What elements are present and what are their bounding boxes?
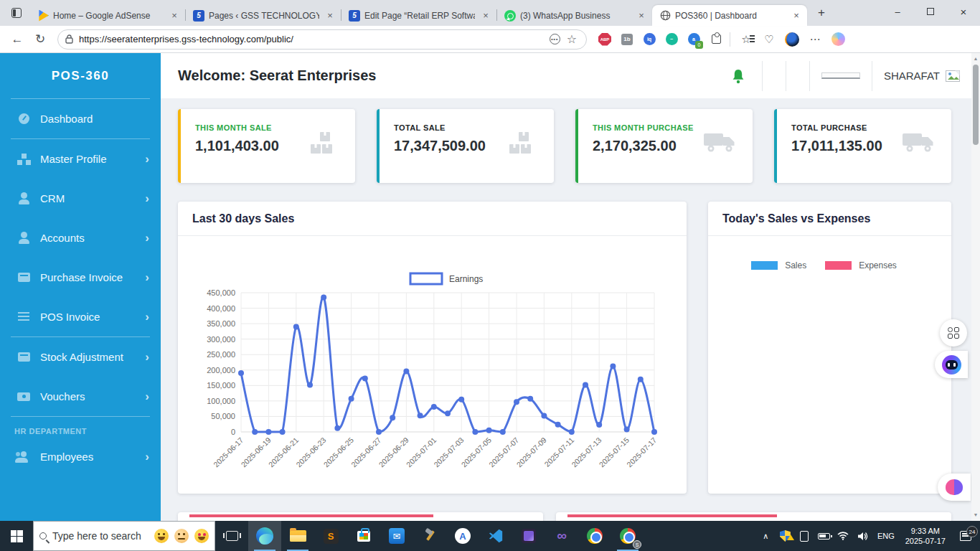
ai-assistant-button[interactable] xyxy=(935,351,968,378)
chrome-taskbar-button[interactable] xyxy=(578,521,611,551)
brain-icon xyxy=(946,479,963,495)
scroll-down-arrow[interactable]: ▼ xyxy=(974,509,979,519)
heart-eyes-emoji-icon[interactable] xyxy=(194,529,209,543)
iq-app-extension-icon[interactable]: iq xyxy=(641,32,657,47)
mail-taskbar-button[interactable]: ✉ xyxy=(380,521,413,551)
chrome-profile-taskbar-button[interactable]: S xyxy=(611,521,644,551)
scroll-up-arrow[interactable]: ▲ xyxy=(974,53,979,63)
tab-title: POS360 | Dashboard xyxy=(675,11,786,21)
one-b-extension-icon[interactable]: 1b xyxy=(619,32,635,47)
browser-tab[interactable]: 5Edit Page “Retail ERP Software× xyxy=(341,5,496,26)
sidebar-item-accounts[interactable]: Accounts› xyxy=(0,218,161,258)
cubes-icon xyxy=(14,154,33,164)
close-button[interactable]: × xyxy=(947,0,980,23)
browser-tab[interactable]: 5Pages ‹ GSS TECHNOLOGY —× xyxy=(186,5,341,26)
scrollbar-thumb[interactable] xyxy=(973,65,979,145)
iq-app-glyph: iq xyxy=(644,33,656,45)
floating-grid-button[interactable] xyxy=(940,319,967,347)
back-button[interactable]: ← xyxy=(7,29,27,50)
action-center-button[interactable]: 24 xyxy=(951,531,980,541)
person-icon xyxy=(14,192,33,204)
neutral-emoji-icon[interactable] xyxy=(174,529,189,543)
film-app-taskbar-button[interactable] xyxy=(512,521,545,551)
edge-taskbar-button[interactable] xyxy=(248,521,281,551)
search-placeholder: Type here to search xyxy=(52,530,149,542)
tab-close-button[interactable]: × xyxy=(635,9,648,22)
laughing-emoji-icon[interactable] xyxy=(154,529,169,543)
taskbar-clock[interactable]: 9:33 AM 2025-07-17 xyxy=(900,526,951,546)
page-actions-icon[interactable]: ••• xyxy=(546,31,563,48)
notification-count-badge: 24 xyxy=(966,526,978,537)
dots-circle-icon: ••• xyxy=(550,34,560,44)
maximize-button[interactable] xyxy=(914,0,947,23)
task-view-icon xyxy=(226,531,238,541)
page-scrollbar[interactable]: ▲ ▼ xyxy=(971,53,980,521)
visual-studio-taskbar-button[interactable]: ∞ xyxy=(545,521,578,551)
svg-text:2025-07-09: 2025-07-09 xyxy=(514,435,548,469)
app-a-taskbar-button[interactable]: A xyxy=(446,521,479,551)
tab-close-button[interactable]: × xyxy=(324,9,336,22)
vscode-taskbar-button[interactable] xyxy=(479,521,512,551)
battery-glyph xyxy=(818,533,830,540)
earnings-line-chart: 050,000100,000150,000200,000250,000300,0… xyxy=(178,236,687,494)
browser-tab-strip: Home – Google AdSense×5Pages ‹ GSS TECHN… xyxy=(0,0,980,26)
favorites-bar-button[interactable]: ☆ xyxy=(736,29,756,50)
language-indicator[interactable]: ENG xyxy=(872,532,900,540)
sidebar-item-label: Vouchers xyxy=(40,390,145,402)
browser-tab[interactable]: Home – Google AdSense× xyxy=(30,5,185,26)
battery-icon[interactable] xyxy=(814,533,834,540)
extensions-menu-button[interactable] xyxy=(708,32,724,47)
sidebar-item-pos-invoice[interactable]: POS Invoice› xyxy=(0,297,161,336)
sidebar-item-stock-adjustment[interactable]: Stock Adjustment› xyxy=(0,337,161,377)
teal-app-extension-icon[interactable]: ~ xyxy=(664,32,679,47)
defender-shield-icon[interactable] xyxy=(776,530,795,542)
start-button[interactable] xyxy=(0,521,33,551)
minimize-button[interactable]: – xyxy=(881,0,914,23)
file-explorer-taskbar-button[interactable] xyxy=(281,521,314,551)
hammer-tool-taskbar-button[interactable] xyxy=(413,521,446,551)
volume-icon[interactable] xyxy=(853,532,872,541)
user-name[interactable]: SHARAFAT xyxy=(884,70,940,82)
refresh-button[interactable]: ↻ xyxy=(30,29,50,50)
url-text[interactable]: https://seeratenterprises.gss-technology… xyxy=(79,34,546,44)
wifi-icon[interactable] xyxy=(834,532,853,540)
tab-actions-button[interactable] xyxy=(6,3,27,23)
broken-avatar-icon[interactable] xyxy=(946,70,960,82)
taskbar-search-box[interactable]: Type here to search xyxy=(33,521,215,551)
tab-close-button[interactable]: × xyxy=(479,9,492,22)
notifications-button[interactable] xyxy=(726,68,750,84)
profile-avatar-button[interactable] xyxy=(782,29,802,50)
tab-close-button[interactable]: × xyxy=(168,9,181,22)
brand-logo[interactable]: POS-360 xyxy=(0,53,161,98)
browser-tab[interactable]: (3) WhatsApp Business× xyxy=(497,5,652,26)
sidebar-item-crm[interactable]: CRM› xyxy=(0,179,161,218)
new-tab-button[interactable]: + xyxy=(811,3,831,23)
favorite-star-button[interactable]: ☆ xyxy=(563,31,580,48)
sidebar-item-employees[interactable]: Employees› xyxy=(0,437,161,476)
sidebar-item-dashboard[interactable]: Dashboard xyxy=(0,99,161,138)
sidebar-item-vouchers[interactable]: Vouchers› xyxy=(0,377,161,416)
copilot-button[interactable] xyxy=(828,29,848,50)
legend-label: Sales xyxy=(785,260,806,270)
sidebar-item-master-profile[interactable]: Master Profile› xyxy=(0,139,161,179)
clock-time: 9:33 AM xyxy=(905,526,946,536)
header-divider xyxy=(762,61,763,91)
translate-extension-icon[interactable]: a0 xyxy=(686,32,702,47)
settings-more-button[interactable]: ⋯ xyxy=(805,29,825,50)
address-bar[interactable]: https://seeratenterprises.gss-technology… xyxy=(57,29,587,50)
adblock-plus-extension-icon[interactable]: ABP xyxy=(597,32,613,47)
sidebar-item-purchase-invoice[interactable]: Purchase Invoice› xyxy=(0,258,161,297)
tabs-container: Home – Google AdSense×5Pages ‹ GSS TECHN… xyxy=(30,5,807,26)
sublime-text-taskbar-button[interactable]: S xyxy=(314,521,347,551)
tab-close-button[interactable]: × xyxy=(790,9,803,22)
your-phone-icon[interactable] xyxy=(795,531,814,542)
task-view-taskbar-button[interactable] xyxy=(215,521,248,551)
chevron-right-icon: › xyxy=(145,152,149,166)
brain-extension-button[interactable] xyxy=(938,474,971,501)
extensions-row: ABP1biq~a0 xyxy=(597,32,724,47)
browser-essentials-button[interactable]: ♡ xyxy=(759,29,779,50)
tray-chevron-icon[interactable]: ∧ xyxy=(756,532,776,541)
archive-icon xyxy=(14,352,33,362)
microsoft-store-taskbar-button[interactable] xyxy=(347,521,380,551)
browser-tab[interactable]: POS360 | Dashboard× xyxy=(652,5,807,26)
